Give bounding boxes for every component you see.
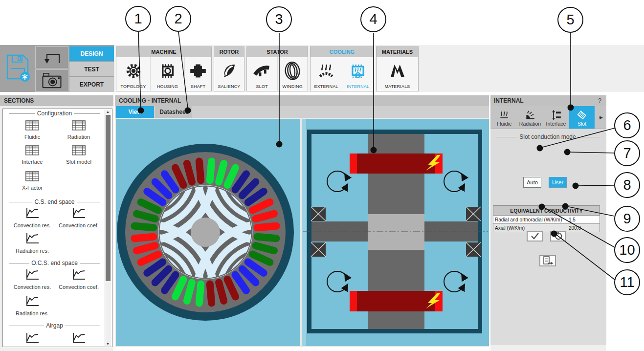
panel-footer-strip	[490, 345, 606, 351]
topology-gear-icon	[124, 57, 143, 84]
reset-button[interactable]	[550, 231, 566, 241]
callout-8: 8	[614, 172, 640, 198]
mode-user-button[interactable]: User	[549, 177, 567, 188]
section-item-radiation[interactable]: Radiation	[52, 119, 106, 140]
table-row: Axial (W/K/m) 200.0	[493, 224, 600, 232]
tab-overflow-arrow-icon[interactable]: ▶	[600, 115, 603, 120]
internal-tab-fluidic[interactable]: Fluidic	[491, 106, 517, 129]
internal-tab-slot[interactable]: Slot	[569, 106, 595, 129]
sections-panel-title: SECTIONS	[0, 95, 113, 106]
saliency-icon	[220, 57, 239, 84]
toolbar-item-internal[interactable]: INTERNAL	[342, 57, 374, 91]
main-tab-bar: View Datasheet	[115, 106, 489, 118]
axial-view-panel	[302, 119, 489, 346]
stator-slot-icon	[252, 57, 272, 84]
curve-chart-icon	[24, 294, 41, 308]
section-item-slot-model[interactable]: Slot model	[52, 144, 106, 165]
toolbar-file-block: DESIGN TEST EXPORT	[0, 45, 114, 92]
shaft-icon	[188, 57, 208, 84]
section-item-cs-radiation-res[interactable]: Radiation res.	[5, 231, 59, 254]
radial-view-panel	[116, 119, 300, 346]
curve-chart-icon	[24, 267, 41, 282]
equivalent-conductivity-table: EQUIVALENT CONDUCTIVITY Radial and ortho…	[493, 205, 600, 232]
external-cooling-icon	[316, 57, 336, 84]
motor-cross-section	[116, 119, 300, 346]
toolbar-item-materials[interactable]: MATERIALS	[377, 57, 418, 91]
export-mode-button[interactable]: EXPORT	[69, 77, 114, 92]
internal-tab-bar: Fluidic Radiation Interface	[490, 106, 606, 129]
top-toolbar: DESIGN TEST EXPORT MACHINE TOPOLOGY	[0, 45, 644, 92]
internal-properties-panel: INTERNAL ? Fluidic Radiation	[490, 95, 606, 351]
internal-tab-radiation[interactable]: Radiation	[517, 106, 543, 129]
check-icon	[530, 232, 540, 241]
internal-help-button[interactable]: ?	[598, 95, 601, 106]
view-area	[115, 118, 489, 347]
screenshot-button[interactable]	[35, 69, 68, 92]
toolbar-item-topology[interactable]: TOPOLOGY	[116, 57, 151, 91]
internal-tab-interface[interactable]: Interface	[543, 106, 569, 129]
sections-scrollbar[interactable]: ▲ ▼	[105, 110, 111, 346]
curve-chart-icon	[70, 206, 87, 220]
toolbar-item-external[interactable]: EXTERNAL	[311, 57, 342, 91]
export-document-icon	[542, 256, 554, 266]
curve-chart-icon	[24, 331, 41, 346]
interface-icon	[550, 109, 562, 121]
toolbar-item-housing[interactable]: HOUSING	[151, 57, 185, 91]
callout-6: 6	[614, 112, 640, 138]
section-item-x-factor[interactable]: X-Factor	[5, 170, 59, 191]
section-item-airgap-2[interactable]	[52, 331, 106, 346]
motor-axial-section	[302, 119, 489, 346]
main-panel-title: COOLING - INTERNAL	[115, 95, 489, 106]
group-title-rotor: ROTOR	[214, 47, 244, 57]
group-title-cooling: COOLING	[311, 47, 374, 57]
section-item-interface[interactable]: Interface	[5, 144, 59, 165]
tab-datasheet[interactable]: Datasheet	[155, 106, 192, 118]
section-item-fluidic[interactable]: Fluidic	[5, 119, 59, 140]
slot-icon	[576, 109, 588, 121]
design-mode-button[interactable]: DESIGN	[69, 46, 114, 61]
export-results-button[interactable]	[539, 255, 556, 266]
callout-5: 5	[557, 7, 583, 33]
internal-cooling-icon	[348, 57, 368, 84]
row-label: Radial and orthoradial (W/K/m)	[493, 216, 567, 224]
section-item-cs-convection-coef[interactable]: Convection coef.	[52, 206, 106, 228]
toolbar-item-saliency[interactable]: SALIENCY	[214, 57, 244, 91]
toolbar-group-cooling: COOLING EXTERNAL	[310, 46, 374, 91]
section-item-ocs-convection-coef[interactable]: Convection coef.	[52, 267, 106, 290]
mode-auto-button[interactable]: Auto	[523, 177, 541, 188]
sections-list: Configuration Fluidic Radiation I	[2, 109, 112, 347]
apply-button[interactable]	[527, 231, 543, 241]
table-icon	[71, 144, 87, 157]
toolbar-item-slot[interactable]: SLOT	[247, 57, 278, 91]
materials-icon	[388, 57, 407, 84]
toolbar-item-shaft[interactable]: SHAFT	[185, 57, 211, 91]
table-header-row: EQUIVALENT CONDUCTIVITY	[493, 206, 600, 216]
toolbar-group-stator: STATOR SLOT	[246, 46, 308, 91]
scroll-up-icon[interactable]: ▲	[106, 110, 110, 113]
callout-9: 9	[614, 206, 640, 232]
save-icon[interactable]	[4, 52, 31, 84]
section-item-airgap-1[interactable]	[5, 331, 59, 346]
table-row: Radial and orthoradial (W/K/m) 1.5	[493, 216, 600, 224]
winding-icon	[283, 57, 302, 84]
radial-conductivity-value[interactable]: 1.5	[567, 216, 600, 224]
toolbar-item-winding[interactable]: WINDING	[278, 57, 308, 91]
axial-conductivity-value[interactable]: 200.0	[567, 224, 600, 232]
section-group-airgap: Airgap	[7, 322, 102, 329]
section-item-ocs-radiation-res[interactable]: Radiation res.	[5, 294, 59, 316]
test-mode-button[interactable]: TEST	[69, 62, 114, 76]
housing-icon	[158, 57, 178, 84]
group-title-materials: MATERIALS	[377, 47, 418, 57]
section-item-cs-convection-res[interactable]: Convection res.	[5, 206, 59, 228]
scroll-down-icon[interactable]: ▼	[106, 342, 110, 346]
section-item-ocs-convection-res[interactable]: Convection res.	[5, 267, 59, 290]
return-arrow-icon	[40, 48, 64, 67]
callout-11: 11	[614, 269, 640, 295]
table-icon	[24, 144, 40, 157]
scrollbar-thumb[interactable]	[106, 115, 111, 281]
internal-panel-title: INTERNAL ?	[490, 95, 606, 106]
section-group-configuration: Configuration	[7, 110, 102, 117]
camera-icon	[38, 70, 66, 91]
tab-view[interactable]: View	[116, 106, 154, 118]
undo-arrow-button[interactable]	[35, 46, 68, 68]
